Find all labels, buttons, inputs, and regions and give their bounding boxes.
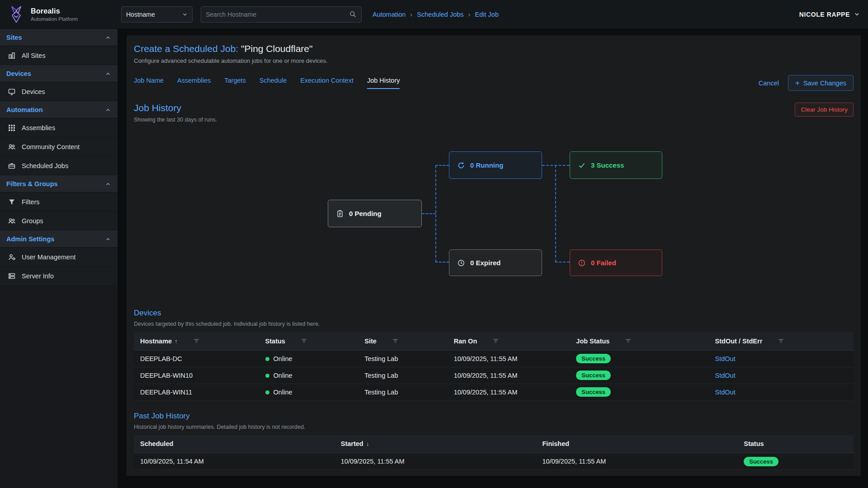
- section-label: Filters & Groups: [6, 180, 58, 188]
- tab-job-name[interactable]: Job Name: [134, 77, 164, 89]
- table-row[interactable]: DEEPLAB-WIN11 Online Testing Lab 10/09/2…: [134, 384, 854, 400]
- stdout-link[interactable]: StdOut: [715, 389, 736, 396]
- column-header-job-status[interactable]: Job Status: [571, 332, 709, 350]
- started-cell: 10/09/2025, 11:55 AM: [335, 453, 537, 470]
- users-icon: [8, 143, 16, 151]
- breadcrumb-automation[interactable]: Automation: [373, 11, 406, 18]
- column-header-finished[interactable]: Finished: [537, 435, 739, 453]
- save-changes-button[interactable]: + Save Changes: [788, 75, 854, 91]
- filter-icon[interactable]: [392, 338, 399, 344]
- sidebar-section-automation[interactable]: Automation: [0, 101, 118, 118]
- table-row[interactable]: DEEPLAB-DC Online Testing Lab 10/09/2025…: [134, 350, 854, 367]
- tab-execution-context[interactable]: Execution Context: [300, 77, 354, 89]
- search-input[interactable]: [206, 11, 346, 18]
- job-history-subheading: Showing the last 30 days of runs.: [134, 117, 217, 123]
- filter-icon[interactable]: [193, 338, 200, 344]
- column-header-started[interactable]: Started↓: [335, 435, 537, 453]
- user-menu[interactable]: NICOLE RAPPE: [799, 11, 868, 18]
- past-job-history-table: Scheduled Started↓ Finished Status 10/09…: [134, 435, 854, 470]
- hostname-cell: DEEPLAB-WIN11: [134, 384, 260, 400]
- filter-icon[interactable]: [625, 338, 632, 344]
- filter-icon[interactable]: [778, 338, 784, 344]
- pending-node[interactable]: 0 Pending: [328, 200, 422, 227]
- section-label: Sites: [6, 34, 22, 41]
- stdout-link[interactable]: StdOut: [715, 355, 736, 362]
- sidebar-section-filters-groups[interactable]: Filters & Groups: [0, 175, 118, 192]
- brand: Borealis Automation Platform: [0, 5, 118, 24]
- sidebar-item-all-sites[interactable]: All Sites: [0, 46, 118, 65]
- sidebar-item-filters[interactable]: Filters: [0, 192, 118, 211]
- column-header-scheduled[interactable]: Scheduled: [134, 435, 335, 453]
- section-label: Automation: [6, 106, 43, 113]
- sidebar-item-label: Devices: [22, 88, 45, 95]
- breadcrumb-scheduled-jobs[interactable]: Scheduled Jobs: [417, 11, 463, 18]
- sidebar-item-label: All Sites: [22, 52, 45, 59]
- sidebar: Sites All Sites Devices Devices Automati…: [0, 29, 118, 488]
- sidebar-item-community-content[interactable]: Community Content: [0, 137, 118, 156]
- online-dot-icon: [265, 357, 269, 361]
- sidebar-section-admin-settings[interactable]: Admin Settings: [0, 230, 118, 248]
- main-content: Create a Scheduled Job: "Ping Cloudflare…: [118, 29, 868, 488]
- sidebar-item-scheduled-jobs[interactable]: Scheduled Jobs: [0, 156, 118, 175]
- filter-icon[interactable]: [492, 338, 499, 344]
- stdout-cell: StdOut: [710, 367, 854, 384]
- table-row[interactable]: 10/09/2025, 11:54 AM 10/09/2025, 11:55 A…: [134, 453, 854, 470]
- sync-icon: [457, 161, 465, 169]
- users-icon: [8, 217, 16, 225]
- tab-actions: Cancel + Save Changes: [759, 75, 854, 91]
- table-row[interactable]: DEEPLAB-WIN10 Online Testing Lab 10/09/2…: [134, 367, 854, 384]
- clock-icon: [457, 259, 465, 267]
- stdout-link[interactable]: StdOut: [715, 372, 736, 379]
- sidebar-item-user-management[interactable]: User Management: [0, 248, 118, 267]
- flow-connector: [435, 262, 449, 263]
- sidebar-item-label: Assemblies: [22, 124, 55, 131]
- expired-node-label: 0 Expired: [470, 259, 501, 267]
- sidebar-section-sites[interactable]: Sites: [0, 29, 118, 46]
- failed-node[interactable]: 0 Failed: [570, 249, 662, 276]
- page-title-job-name: "Ping Cloudflare": [241, 43, 313, 54]
- search-icon[interactable]: [349, 11, 357, 18]
- cancel-button[interactable]: Cancel: [759, 80, 779, 87]
- flow-connector: [435, 165, 436, 262]
- tab-schedule[interactable]: Schedule: [259, 77, 287, 89]
- sidebar-section-devices[interactable]: Devices: [0, 65, 118, 82]
- column-header-hostname[interactable]: Hostname↑: [134, 332, 260, 350]
- sort-desc-icon[interactable]: ↓: [366, 440, 369, 447]
- breadcrumb-separator: ›: [468, 10, 471, 18]
- ran-on-cell: 10/09/2025, 11:55 AM: [448, 367, 571, 384]
- breadcrumb-edit-job[interactable]: Edit Job: [475, 11, 499, 18]
- online-dot-icon: [265, 390, 269, 394]
- expired-node[interactable]: 0 Expired: [449, 249, 542, 276]
- clear-job-history-button[interactable]: Clear Job History: [795, 103, 854, 117]
- sidebar-item-devices[interactable]: Devices: [0, 82, 118, 101]
- column-header-status[interactable]: Status: [738, 435, 854, 453]
- section-label: Devices: [6, 70, 31, 77]
- chevron-up-icon: [105, 236, 111, 242]
- sidebar-item-groups[interactable]: Groups: [0, 211, 118, 230]
- topbar-controls: Hostname Automation › Scheduled Jobs › E…: [118, 6, 799, 23]
- tab-targets[interactable]: Targets: [224, 77, 246, 89]
- sidebar-item-label: User Management: [22, 253, 75, 261]
- sort-asc-icon[interactable]: ↑: [175, 338, 178, 345]
- filter-icon[interactable]: [301, 338, 307, 344]
- tab-job-history[interactable]: Job History: [367, 77, 400, 89]
- sidebar-item-label: Community Content: [22, 143, 80, 150]
- tabs-row: Job Name Assemblies Targets Schedule Exe…: [134, 75, 854, 91]
- hostname-select[interactable]: Hostname: [121, 6, 193, 23]
- column-header-status[interactable]: Status: [260, 332, 359, 350]
- sidebar-item-server-info[interactable]: Server Info: [0, 267, 118, 286]
- column-header-stdout-stderr[interactable]: StdOut / StdErr: [710, 332, 854, 350]
- tab-assemblies[interactable]: Assemblies: [177, 77, 211, 89]
- sidebar-item-assemblies[interactable]: Assemblies: [0, 118, 118, 137]
- success-node[interactable]: 3 Success: [570, 151, 662, 179]
- column-header-ran-on[interactable]: Ran On: [448, 332, 571, 350]
- column-header-site[interactable]: Site: [359, 332, 448, 350]
- job-history-heading: Job History: [134, 103, 217, 113]
- sidebar-item-label: Server Info: [22, 272, 54, 280]
- hostname-search: [201, 6, 362, 23]
- chevron-up-icon: [105, 181, 111, 187]
- running-node[interactable]: 0 Running: [449, 151, 542, 179]
- chevron-down-icon: [182, 12, 188, 17]
- scheduled-cell: 10/09/2025, 11:54 AM: [134, 453, 335, 470]
- brand-subtitle: Automation Platform: [31, 16, 78, 22]
